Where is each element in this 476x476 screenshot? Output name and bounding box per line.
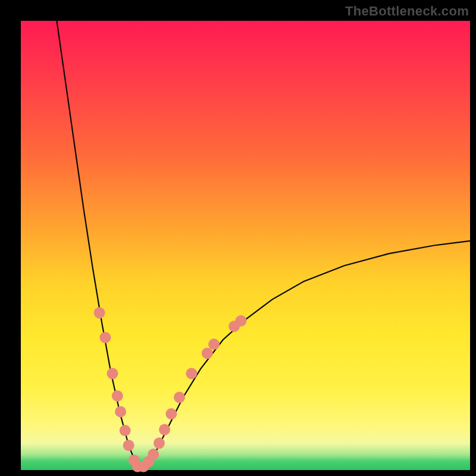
data-dot: [120, 425, 131, 436]
data-dot: [186, 368, 197, 379]
watermark-text: TheBottleneck.com: [345, 4, 469, 19]
data-dot: [112, 390, 123, 402]
data-dots-group: [94, 307, 247, 472]
data-dot: [235, 315, 246, 327]
data-dot: [202, 347, 213, 359]
data-dot: [115, 406, 126, 417]
data-dot: [165, 408, 177, 419]
data-dot: [99, 332, 111, 343]
data-dot: [174, 392, 185, 403]
data-dot: [208, 339, 220, 350]
data-dot: [154, 437, 165, 449]
data-dot: [148, 449, 159, 460]
data-dot: [123, 440, 134, 451]
data-dot: [94, 307, 105, 318]
plot-area: [21, 21, 470, 470]
data-dot: [107, 368, 118, 379]
chart-frame: TheBottleneck.com: [0, 0, 476, 476]
data-dot: [159, 424, 170, 436]
plot-svg: [21, 21, 470, 470]
